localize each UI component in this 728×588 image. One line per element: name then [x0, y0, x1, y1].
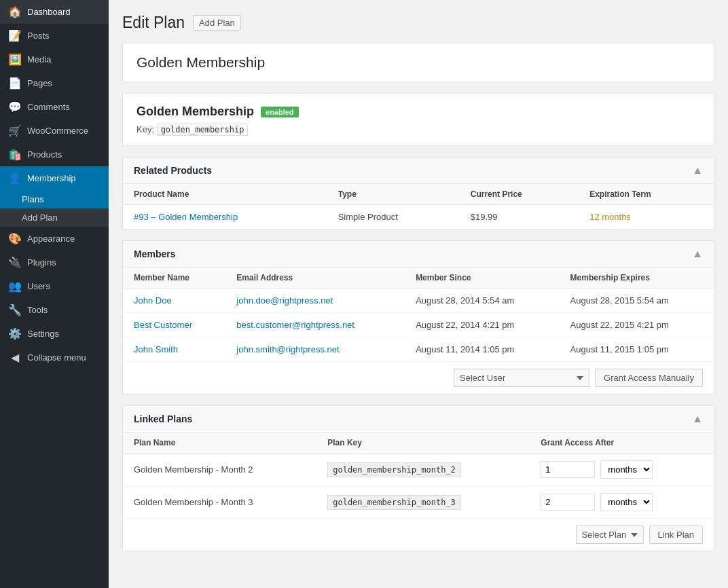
members-tbody: John Doe john.doe@rightpress.net August … [123, 289, 714, 362]
sidebar-item-plugins[interactable]: 🔌 Plugins [0, 251, 109, 274]
plan-info-title: Golden Membership [136, 105, 254, 119]
product-expiration-cell: 12 months [579, 205, 714, 229]
member-name-link[interactable]: Best Customer [134, 320, 192, 330]
sidebar-item-settings[interactable]: ⚙️ Settings [0, 322, 109, 346]
appearance-icon: 🎨 [8, 232, 22, 245]
plan-info-card: Golden Membership enabled Key: golden_me… [122, 93, 714, 146]
page-header: Edit Plan Add Plan [122, 14, 714, 32]
sidebar-item-users[interactable]: 👥 Users [0, 274, 109, 298]
lp-plan-key-cell: golden_membership_month_3 [316, 486, 530, 518]
member-since-cell: August 28, 2014 5:54 am [405, 289, 559, 313]
related-products-card: Related Products ▲ Product Name Type Cur… [122, 157, 714, 229]
col-email: Email Address [225, 268, 405, 289]
select-plan-dropdown[interactable]: Select Plan [576, 526, 644, 544]
months-select-0[interactable]: months [600, 460, 653, 479]
sidebar-item-appearance[interactable]: 🎨 Appearance [0, 227, 109, 251]
select-user-dropdown[interactable]: Select User [454, 369, 589, 387]
table-row: John Doe john.doe@rightpress.net August … [123, 289, 714, 313]
sidebar: 🏠 Dashboard 📝 Posts 🖼️ Media 📄 Pages 💬 C… [0, 0, 109, 588]
plan-key-row: Key: golden_membership [136, 124, 700, 134]
member-since-cell: August 22, 2014 4:21 pm [405, 313, 559, 337]
lp-plan-name-cell: Golden Membership - Month 2 [123, 454, 316, 487]
linked-plans-collapse-icon[interactable]: ▲ [692, 413, 703, 425]
sidebar-item-comments[interactable]: 💬 Comments [0, 95, 109, 119]
table-row: Best Customer best.customer@rightpress.n… [123, 313, 714, 337]
sidebar-item-membership[interactable]: 👤 Membership [0, 166, 109, 190]
linked-plans-thead: Plan Name Plan Key Grant Access After [123, 433, 714, 454]
linked-plans-title: Linked Plans [134, 414, 192, 424]
users-icon: 👥 [8, 280, 22, 293]
sidebar-item-pages[interactable]: 📄 Pages [0, 71, 109, 95]
sidebar-item-posts[interactable]: 📝 Posts [0, 24, 109, 48]
members-header: Members ▲ [123, 241, 714, 268]
members-footer: Select User Grant Access Manually [123, 361, 714, 394]
sidebar-item-products[interactable]: 🛍️ Products [0, 143, 109, 166]
link-plan-button[interactable]: Link Plan [649, 526, 703, 544]
members-collapse-icon[interactable]: ▲ [692, 248, 703, 260]
members-card: Members ▲ Member Name Email Address Memb… [122, 240, 714, 394]
sidebar-item-tools[interactable]: 🔧 Tools [0, 298, 109, 322]
lp-plan-key-value: golden_membership_month_3 [327, 495, 461, 510]
member-email-cell: john.doe@rightpress.net [225, 289, 405, 313]
pages-icon: 📄 [8, 77, 22, 90]
col-member-name: Member Name [123, 268, 225, 289]
member-email-link[interactable]: best.customer@rightpress.net [236, 320, 354, 330]
member-email-link[interactable]: john.doe@rightpress.net [236, 295, 333, 306]
members-thead: Member Name Email Address Member Since M… [123, 268, 714, 289]
plan-key-label: Key: [136, 124, 154, 134]
member-name-cell: Best Customer [123, 313, 225, 337]
member-email-cell: john.smith@rightpress.net [225, 337, 405, 362]
sidebar-item-media[interactable]: 🖼️ Media [0, 48, 109, 71]
grant-access-input-0[interactable] [541, 461, 595, 478]
product-name-cell: #93 – Golden Membership [123, 205, 327, 229]
linked-plans-table: Plan Name Plan Key Grant Access After Go… [123, 433, 714, 518]
collapse-icon: ◀ [8, 351, 22, 364]
linked-plans-tbody: Golden Membership - Month 2 golden_membe… [123, 454, 714, 519]
sidebar-item-dashboard[interactable]: 🏠 Dashboard [0, 0, 109, 24]
plan-info-content: Golden Membership enabled Key: golden_me… [123, 94, 714, 145]
member-email-link[interactable]: john.smith@rightpress.net [236, 344, 339, 354]
product-type-cell: Simple Product [327, 205, 460, 229]
sidebar-item-add-plan[interactable]: Add Plan [0, 208, 109, 227]
plan-info-name-row: Golden Membership enabled [136, 105, 700, 119]
tools-icon: 🔧 [8, 304, 22, 316]
media-icon: 🖼️ [8, 53, 22, 66]
member-since-cell: August 11, 2014 1:05 pm [405, 337, 559, 362]
member-name-link[interactable]: John Doe [134, 295, 172, 306]
plan-status-badge: enabled [261, 107, 299, 117]
linked-plans-header: Linked Plans ▲ [123, 406, 714, 433]
related-products-thead: Product Name Type Current Price Expirati… [123, 184, 714, 205]
add-plan-button[interactable]: Add Plan [193, 15, 241, 31]
table-row: Golden Membership - Month 2 golden_membe… [123, 454, 714, 487]
member-expires-cell: August 28, 2015 5:54 am [560, 289, 714, 313]
dashboard-icon: 🏠 [8, 5, 22, 18]
col-expiration-term: Expiration Term [579, 184, 714, 205]
member-name-link[interactable]: John Smith [134, 344, 178, 354]
membership-icon: 👤 [8, 172, 22, 185]
col-since: Member Since [405, 268, 559, 289]
col-product-name: Product Name [123, 184, 327, 205]
table-row: Golden Membership - Month 3 golden_membe… [123, 486, 714, 518]
related-products-collapse-icon[interactable]: ▲ [692, 164, 703, 177]
posts-icon: 📝 [8, 29, 22, 42]
table-row: John Smith john.smith@rightpress.net Aug… [123, 337, 714, 362]
sidebar-item-collapse[interactable]: ◀ Collapse menu [0, 346, 109, 369]
member-expires-cell: August 11, 2015 1:05 pm [560, 337, 714, 362]
product-name-link[interactable]: #93 – Golden Membership [134, 212, 238, 222]
col-lp-plan-key: Plan Key [316, 433, 530, 454]
related-products-tbody: #93 – Golden Membership Simple Product $… [123, 205, 714, 229]
related-products-table: Product Name Type Current Price Expirati… [123, 184, 714, 229]
sidebar-item-plans[interactable]: Plans [0, 190, 109, 208]
col-lp-plan-name: Plan Name [123, 433, 316, 454]
sidebar-item-woocommerce[interactable]: 🛒 WooCommerce [0, 119, 109, 143]
main-content: Edit Plan Add Plan Golden Membership Gol… [109, 0, 728, 588]
lp-grant-access-cell: months [530, 454, 714, 486]
months-select-1[interactable]: months [600, 493, 653, 511]
grant-access-button[interactable]: Grant Access Manually [595, 369, 703, 387]
grant-access-input-1[interactable] [541, 494, 595, 511]
related-products-header-row: Product Name Type Current Price Expirati… [123, 184, 714, 205]
product-price-cell: $19.99 [460, 205, 579, 229]
plan-name-box: Golden Membership [122, 43, 714, 82]
comments-icon: 💬 [8, 100, 22, 113]
member-name-cell: John Smith [123, 337, 225, 362]
